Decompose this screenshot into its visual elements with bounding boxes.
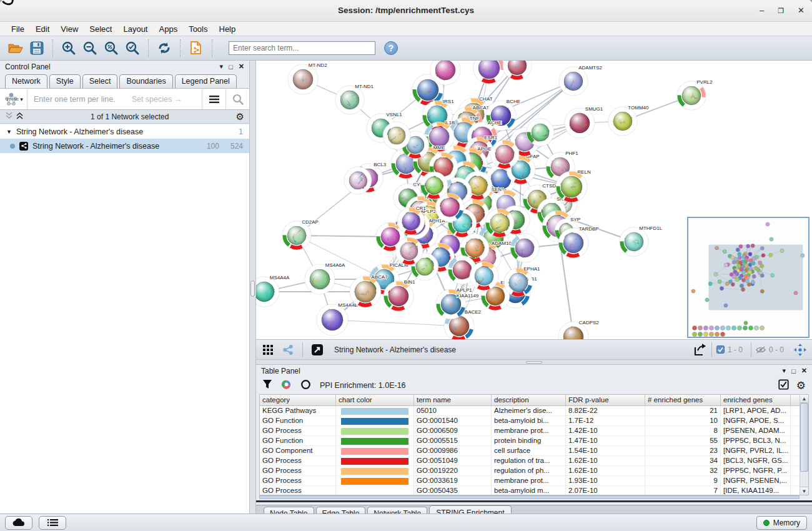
network-node[interactable]: MS4A4A [256, 275, 290, 307]
tab-legend-panel[interactable]: Legend Panel [175, 74, 237, 88]
help-button[interactable]: ? [384, 41, 398, 55]
minimize-button[interactable]: – [760, 5, 764, 16]
network-options-gear-icon[interactable]: ⚙ [236, 111, 244, 122]
menu-select[interactable]: Select [84, 23, 117, 35]
network-node[interactable]: MT-ND2 [288, 62, 327, 94]
column-header-enriched-genes[interactable]: enriched genes [721, 395, 791, 405]
refresh-button[interactable] [154, 39, 175, 57]
network-collection-row[interactable]: ▼ String Network - Alzheimer's disease 1 [0, 124, 249, 139]
zoom-in-button[interactable] [58, 39, 79, 57]
network-node[interactable] [473, 61, 505, 84]
save-session-button[interactable] [26, 39, 47, 57]
table-vertical-scrollbar[interactable]: ▲ ▼ [800, 394, 809, 495]
table-row[interactable]: GO FunctionGO:0005515protein binding1.47… [260, 436, 808, 446]
search-input[interactable] [229, 41, 375, 55]
enrichment-chart-icon[interactable] [281, 379, 292, 392]
table-row[interactable]: GO ComponentGO:0009986cell surface1.54E-… [260, 446, 808, 456]
zoom-fit-button[interactable] [101, 39, 122, 57]
network-node[interactable] [383, 122, 410, 149]
table-float-icon[interactable]: ▾ [783, 367, 786, 375]
filter-icon[interactable] [262, 379, 272, 392]
column-header-FDR-p-value[interactable]: FDR p-value [566, 395, 645, 405]
select-columns-icon[interactable] [778, 379, 789, 392]
column-header-category[interactable]: category [260, 395, 336, 405]
menu-apps[interactable]: Apps [154, 23, 183, 35]
network-node[interactable] [510, 234, 539, 262]
tab-style[interactable]: Style [49, 74, 81, 88]
collapse-all-icon[interactable] [5, 112, 13, 121]
close-button[interactable]: ✕ [798, 5, 805, 16]
table-restore-icon[interactable]: □ [791, 367, 796, 375]
network-node[interactable] [527, 119, 554, 146]
menu-edit[interactable]: Edit [31, 23, 54, 35]
horizontal-splitter[interactable] [256, 359, 812, 365]
zoom-out-button[interactable] [79, 39, 101, 57]
splitter-handle[interactable] [250, 280, 255, 297]
scroll-down-icon[interactable]: ▼ [800, 487, 808, 495]
grid-view-icon[interactable] [260, 342, 276, 357]
network-node[interactable] [430, 61, 460, 85]
detach-view-icon[interactable] [309, 342, 325, 357]
expand-all-icon[interactable] [16, 112, 24, 121]
open-session-button[interactable] [5, 39, 26, 57]
network-node[interactable]: ADAMTS2 [559, 65, 603, 96]
scrollbar-thumb[interactable] [800, 403, 808, 472]
column-header-chart-color[interactable]: chart color [336, 395, 414, 405]
network-node[interactable]: TOMM40 [608, 105, 649, 136]
panel-close-icon[interactable]: ✕ [239, 62, 244, 71]
panel-splitter[interactable] [250, 61, 256, 514]
cloud-tasks-button[interactable] [5, 516, 32, 530]
navigator-toggle-icon[interactable] [792, 342, 808, 357]
table-row[interactable]: GO ProcessGO:0051049regulation of tra...… [260, 456, 808, 466]
network-canvas[interactable]: MT-ND2MT-ND1VSNL1GAB2ADAMTS2PVRL2SMUG1TO… [256, 61, 812, 339]
table-row[interactable]: GO FunctionGO:0001540beta-amyloid bi...1… [260, 416, 808, 426]
menu-file[interactable]: File [6, 23, 29, 35]
string-search-icon[interactable] [225, 89, 249, 109]
network-node[interactable]: PVRL2 [677, 79, 713, 110]
table-settings-gear-icon[interactable]: ⚙ [796, 379, 806, 392]
network-node[interactable]: MT-ND1 [335, 84, 374, 114]
zoom-selected-button[interactable] [122, 39, 143, 57]
panel-float-icon[interactable]: ▾ [220, 62, 224, 71]
memory-button[interactable]: Memory [756, 516, 807, 530]
share-view-icon[interactable] [280, 342, 296, 357]
maximize-button[interactable]: ❐ [778, 5, 784, 16]
panel-restore-icon[interactable]: □ [229, 63, 233, 71]
menu-tools[interactable]: Tools [184, 23, 212, 35]
table-close-icon[interactable]: ✕ [801, 367, 807, 375]
table-row[interactable]: GO ProcessGO:0050435beta-amyloid m...2.0… [260, 486, 808, 495]
tab-boundaries[interactable]: Boundaries [119, 74, 172, 88]
network-node[interactable] [420, 172, 448, 199]
tab-select[interactable]: Select [82, 74, 118, 88]
set-species-hint[interactable]: Set species → [132, 95, 182, 104]
network-from-file-button[interactable] [186, 39, 207, 57]
network-node[interactable]: CADPS2 [558, 320, 599, 339]
network-node[interactable] [344, 167, 372, 194]
string-logo-icon[interactable]: STRING ▾ [0, 89, 27, 109]
table-horizontal-scrollbar[interactable] [259, 495, 800, 499]
birds-eye-view[interactable] [687, 217, 810, 338]
scroll-up-icon[interactable]: ▲ [800, 395, 808, 403]
network-node[interactable]: MS4A4E [317, 302, 358, 335]
string-options-menu-icon[interactable] [202, 89, 225, 109]
tab-network[interactable]: Network [5, 74, 47, 88]
menu-view[interactable]: View [56, 23, 83, 35]
column-header--enriched-genes[interactable]: # enriched genes [645, 395, 721, 405]
column-header-description[interactable]: description [492, 395, 566, 405]
network-node[interactable]: CD2AP [282, 219, 319, 250]
column-header-term-name[interactable]: term name [414, 395, 492, 405]
menu-layout[interactable]: Layout [118, 23, 152, 35]
menu-help[interactable]: Help [214, 23, 241, 35]
table-row[interactable]: GO ProcessGO:0006509membrane prot...1.42… [260, 426, 808, 436]
table-row[interactable]: KEGG Pathways05010Alzheimer's dise...8.8… [260, 406, 808, 416]
network-node[interactable]: MTHFD1L [620, 226, 663, 256]
table-row[interactable]: GO ProcessGO:0019220regulation of ph...1… [260, 466, 808, 476]
string-query-placeholder[interactable]: Enter one term per line. [34, 95, 116, 104]
network-row[interactable]: String Network - Alzheimer's disease 100… [0, 139, 249, 153]
ring-chart-icon[interactable] [300, 379, 311, 392]
collection-expand-icon[interactable]: ▼ [6, 129, 12, 135]
table-row[interactable]: GO ProcessGO:0033619membrane prot...1.93… [260, 476, 808, 486]
task-list-button[interactable] [39, 516, 66, 530]
export-network-icon[interactable] [691, 342, 708, 357]
network-node[interactable] [395, 237, 423, 265]
